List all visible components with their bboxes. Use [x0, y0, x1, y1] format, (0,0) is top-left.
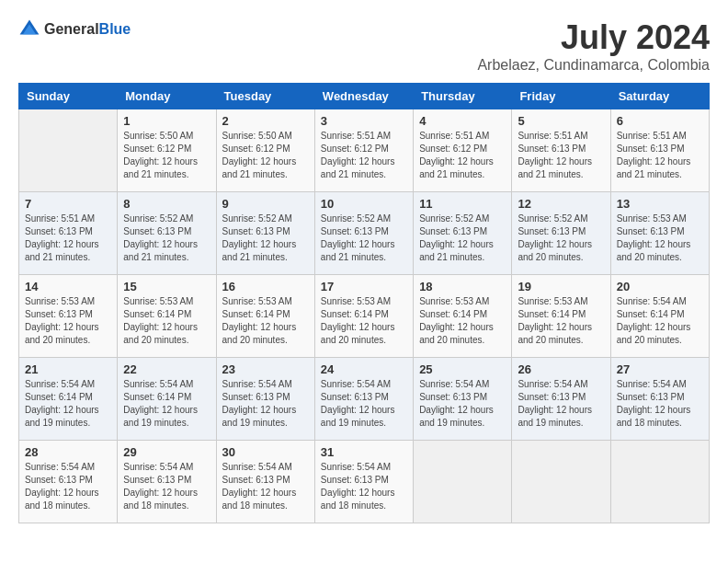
calendar-day-cell: [19, 109, 118, 192]
day-number: 10: [321, 197, 407, 211]
calendar-day-cell: 28Sunrise: 5:54 AMSunset: 6:13 PMDayligh…: [19, 441, 118, 523]
day-number: 4: [419, 114, 506, 128]
day-info: Sunrise: 5:52 AMSunset: 6:13 PMDaylight:…: [518, 213, 604, 264]
calendar-day-cell: 31Sunrise: 5:54 AMSunset: 6:13 PMDayligh…: [314, 441, 413, 523]
day-info: Sunrise: 5:52 AMSunset: 6:13 PMDaylight:…: [321, 213, 407, 264]
day-info: Sunrise: 5:54 AMSunset: 6:13 PMDaylight:…: [518, 378, 604, 430]
day-number: 11: [419, 197, 506, 211]
day-number: 9: [222, 197, 309, 211]
day-number: 1: [123, 114, 210, 128]
day-info: Sunrise: 5:53 AMSunset: 6:13 PMDaylight:…: [617, 213, 703, 264]
calendar-week-row: 1Sunrise: 5:50 AMSunset: 6:12 PMDaylight…: [19, 109, 710, 192]
calendar-week-row: 7Sunrise: 5:51 AMSunset: 6:13 PMDaylight…: [19, 192, 710, 275]
day-info: Sunrise: 5:53 AMSunset: 6:14 PMDaylight:…: [518, 295, 604, 347]
day-number: 7: [25, 197, 111, 211]
logo-text: GeneralBlue: [44, 21, 131, 38]
day-number: 20: [617, 280, 703, 293]
day-info: Sunrise: 5:51 AMSunset: 6:12 PMDaylight:…: [321, 130, 407, 181]
day-number: 26: [518, 362, 604, 376]
calendar-day-cell: 21Sunrise: 5:54 AMSunset: 6:14 PMDayligh…: [19, 358, 118, 441]
weekday-header-cell: Saturday: [610, 84, 709, 109]
calendar-day-cell: 7Sunrise: 5:51 AMSunset: 6:13 PMDaylight…: [19, 192, 118, 275]
day-number: 19: [518, 280, 604, 293]
weekday-header-cell: Monday: [118, 84, 216, 109]
weekday-header-cell: Friday: [512, 84, 610, 109]
title-area: July 2024 Arbelaez, Cundinamarca, Colomb…: [477, 18, 710, 74]
calendar-day-cell: 20Sunrise: 5:54 AMSunset: 6:14 PMDayligh…: [610, 275, 709, 358]
calendar-day-cell: 22Sunrise: 5:54 AMSunset: 6:14 PMDayligh…: [118, 358, 216, 441]
calendar-day-cell: 27Sunrise: 5:54 AMSunset: 6:13 PMDayligh…: [610, 358, 709, 441]
day-number: 24: [321, 362, 407, 376]
day-number: 27: [617, 362, 703, 376]
day-info: Sunrise: 5:51 AMSunset: 6:13 PMDaylight:…: [518, 130, 604, 181]
day-info: Sunrise: 5:54 AMSunset: 6:14 PMDaylight:…: [617, 295, 703, 347]
day-info: Sunrise: 5:54 AMSunset: 6:13 PMDaylight:…: [222, 461, 309, 512]
calendar-day-cell: 3Sunrise: 5:51 AMSunset: 6:12 PMDaylight…: [314, 109, 413, 192]
calendar-day-cell: 23Sunrise: 5:54 AMSunset: 6:13 PMDayligh…: [216, 358, 314, 441]
calendar-day-cell: 2Sunrise: 5:50 AMSunset: 6:12 PMDaylight…: [216, 109, 314, 192]
day-number: 30: [222, 445, 309, 459]
calendar-day-cell: 15Sunrise: 5:53 AMSunset: 6:14 PMDayligh…: [118, 275, 216, 358]
calendar-body: 1Sunrise: 5:50 AMSunset: 6:12 PMDaylight…: [19, 109, 710, 523]
calendar-day-cell: 19Sunrise: 5:53 AMSunset: 6:14 PMDayligh…: [512, 275, 610, 358]
day-number: 22: [123, 362, 210, 376]
weekday-header-row: SundayMondayTuesdayWednesdayThursdayFrid…: [19, 84, 710, 109]
day-number: 2: [222, 114, 309, 128]
day-info: Sunrise: 5:51 AMSunset: 6:12 PMDaylight:…: [419, 130, 506, 181]
calendar-day-cell: 16Sunrise: 5:53 AMSunset: 6:14 PMDayligh…: [216, 275, 314, 358]
day-number: 6: [617, 114, 703, 128]
logo-icon: [18, 18, 40, 40]
calendar-day-cell: 9Sunrise: 5:52 AMSunset: 6:13 PMDaylight…: [216, 192, 314, 275]
day-number: 21: [25, 362, 111, 376]
day-info: Sunrise: 5:54 AMSunset: 6:13 PMDaylight:…: [617, 378, 703, 430]
day-number: 18: [419, 280, 506, 293]
day-info: Sunrise: 5:50 AMSunset: 6:12 PMDaylight:…: [222, 130, 309, 181]
day-info: Sunrise: 5:54 AMSunset: 6:13 PMDaylight:…: [419, 378, 506, 430]
calendar-day-cell: 12Sunrise: 5:52 AMSunset: 6:13 PMDayligh…: [512, 192, 610, 275]
weekday-header-cell: Thursday: [414, 84, 512, 109]
day-number: 3: [321, 114, 407, 128]
day-info: Sunrise: 5:54 AMSunset: 6:13 PMDaylight:…: [25, 461, 111, 512]
logo-blue: Blue: [99, 21, 131, 37]
calendar-day-cell: 6Sunrise: 5:51 AMSunset: 6:13 PMDaylight…: [610, 109, 709, 192]
day-info: Sunrise: 5:52 AMSunset: 6:13 PMDaylight:…: [123, 213, 210, 264]
day-info: Sunrise: 5:52 AMSunset: 6:13 PMDaylight:…: [222, 213, 309, 264]
calendar-week-row: 28Sunrise: 5:54 AMSunset: 6:13 PMDayligh…: [19, 441, 710, 523]
day-info: Sunrise: 5:51 AMSunset: 6:13 PMDaylight:…: [617, 130, 703, 181]
day-number: 28: [25, 445, 111, 459]
day-info: Sunrise: 5:51 AMSunset: 6:13 PMDaylight:…: [25, 213, 111, 264]
day-info: Sunrise: 5:54 AMSunset: 6:14 PMDaylight:…: [123, 378, 210, 430]
day-info: Sunrise: 5:52 AMSunset: 6:13 PMDaylight:…: [419, 213, 506, 264]
calendar-day-cell: 17Sunrise: 5:53 AMSunset: 6:14 PMDayligh…: [314, 275, 413, 358]
day-info: Sunrise: 5:54 AMSunset: 6:13 PMDaylight:…: [123, 461, 210, 512]
day-info: Sunrise: 5:54 AMSunset: 6:13 PMDaylight:…: [321, 461, 407, 512]
day-number: 8: [123, 197, 210, 211]
calendar-day-cell: 5Sunrise: 5:51 AMSunset: 6:13 PMDaylight…: [512, 109, 610, 192]
day-info: Sunrise: 5:50 AMSunset: 6:12 PMDaylight:…: [123, 130, 210, 181]
calendar-day-cell: 13Sunrise: 5:53 AMSunset: 6:13 PMDayligh…: [610, 192, 709, 275]
logo: GeneralBlue: [18, 18, 131, 40]
day-info: Sunrise: 5:53 AMSunset: 6:14 PMDaylight:…: [419, 295, 506, 347]
day-info: Sunrise: 5:53 AMSunset: 6:14 PMDaylight:…: [123, 295, 210, 347]
calendar-day-cell: [414, 441, 512, 523]
day-info: Sunrise: 5:54 AMSunset: 6:13 PMDaylight:…: [222, 378, 309, 430]
calendar-day-cell: 10Sunrise: 5:52 AMSunset: 6:13 PMDayligh…: [314, 192, 413, 275]
day-number: 12: [518, 197, 604, 211]
day-number: 16: [222, 280, 309, 293]
day-number: 23: [222, 362, 309, 376]
calendar-day-cell: 24Sunrise: 5:54 AMSunset: 6:13 PMDayligh…: [314, 358, 413, 441]
day-number: 29: [123, 445, 210, 459]
day-number: 31: [321, 445, 407, 459]
month-title: July 2024: [477, 18, 710, 57]
calendar-week-row: 21Sunrise: 5:54 AMSunset: 6:14 PMDayligh…: [19, 358, 710, 441]
weekday-header-cell: Tuesday: [216, 84, 314, 109]
calendar-day-cell: 1Sunrise: 5:50 AMSunset: 6:12 PMDaylight…: [118, 109, 216, 192]
calendar-day-cell: [512, 441, 610, 523]
calendar-day-cell: 29Sunrise: 5:54 AMSunset: 6:13 PMDayligh…: [118, 441, 216, 523]
calendar-day-cell: 18Sunrise: 5:53 AMSunset: 6:14 PMDayligh…: [414, 275, 512, 358]
day-info: Sunrise: 5:54 AMSunset: 6:14 PMDaylight:…: [25, 378, 111, 430]
calendar-day-cell: 8Sunrise: 5:52 AMSunset: 6:13 PMDaylight…: [118, 192, 216, 275]
calendar-day-cell: [610, 441, 709, 523]
calendar-day-cell: 25Sunrise: 5:54 AMSunset: 6:13 PMDayligh…: [414, 358, 512, 441]
calendar-week-row: 14Sunrise: 5:53 AMSunset: 6:13 PMDayligh…: [19, 275, 710, 358]
